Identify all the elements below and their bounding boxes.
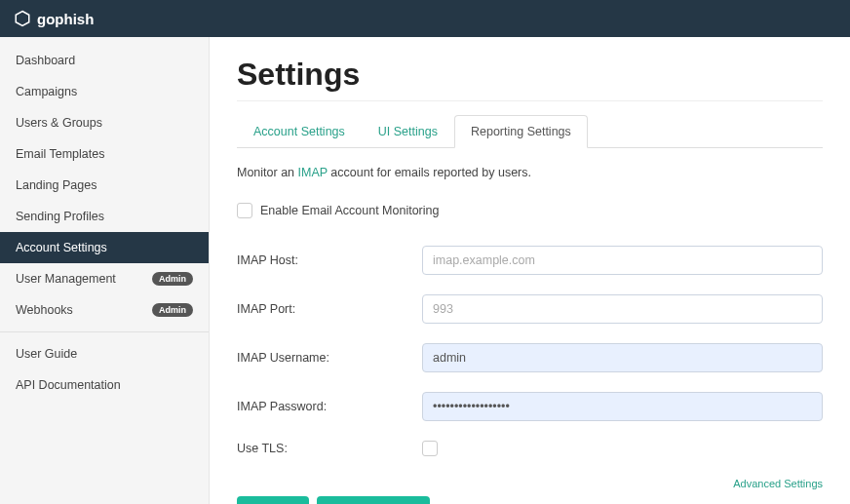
topbar: gophish: [0, 0, 850, 37]
enable-monitoring-label: Enable Email Account Monitoring: [260, 204, 439, 217]
brand[interactable]: gophish: [14, 10, 94, 27]
sidebar-item-email-templates[interactable]: Email Templates: [0, 138, 209, 170]
imap-port-input[interactable]: [422, 294, 823, 324]
tab-account-settings[interactable]: Account Settings: [237, 115, 362, 148]
save-button[interactable]: Save: [237, 496, 309, 504]
sidebar-item-account-settings[interactable]: Account Settings: [0, 232, 209, 263]
admin-badge: Admin: [152, 303, 193, 317]
sidebar-item-dashboard[interactable]: Dashboard: [0, 45, 209, 76]
sidebar-item-landing-pages[interactable]: Landing Pages: [0, 170, 209, 201]
imap-port-label: IMAP Port:: [237, 302, 422, 316]
svg-marker-0: [16, 12, 29, 26]
use-tls-label: Use TLS:: [237, 442, 422, 455]
test-settings-button[interactable]: Test Settings: [317, 496, 431, 504]
sidebar-item-api-docs[interactable]: API Documentation: [0, 369, 209, 401]
description-text: Monitor an IMAP account for emails repor…: [237, 166, 823, 179]
title-rule: [237, 100, 823, 101]
sidebar-item-sending-profiles[interactable]: Sending Profiles: [0, 201, 209, 232]
sidebar-divider: [0, 331, 209, 332]
imap-password-label: IMAP Password:: [237, 400, 422, 413]
tab-ui-settings[interactable]: UI Settings: [362, 115, 454, 148]
sidebar-item-campaigns[interactable]: Campaigns: [0, 76, 209, 107]
sidebar-item-user-management[interactable]: User Management Admin: [0, 263, 209, 294]
sidebar-item-webhooks[interactable]: Webhooks Admin: [0, 294, 209, 326]
sidebar-item-user-guide[interactable]: User Guide: [0, 338, 209, 369]
tabs: Account Settings UI Settings Reporting S…: [237, 115, 823, 148]
brand-name: gophish: [37, 11, 94, 27]
imap-host-label: IMAP Host:: [237, 253, 422, 267]
page-title: Settings: [237, 57, 823, 93]
imap-password-input[interactable]: [422, 392, 823, 421]
tab-reporting-settings[interactable]: Reporting Settings: [454, 115, 588, 148]
imap-link[interactable]: IMAP: [298, 166, 328, 179]
enable-monitoring-checkbox[interactable]: [237, 203, 252, 218]
imap-username-input[interactable]: [422, 343, 823, 372]
sidebar: Dashboard Campaigns Users & Groups Email…: [0, 37, 210, 504]
admin-badge: Admin: [152, 272, 193, 286]
imap-host-input[interactable]: [422, 246, 823, 275]
use-tls-checkbox[interactable]: [422, 441, 438, 456]
enable-monitoring-row: Enable Email Account Monitoring: [237, 203, 823, 218]
imap-username-label: IMAP Username:: [237, 351, 422, 365]
main-content: Settings Account Settings UI Settings Re…: [210, 37, 850, 504]
sidebar-item-users-groups[interactable]: Users & Groups: [0, 107, 209, 138]
logo-icon: [14, 10, 31, 27]
advanced-settings-link[interactable]: Advanced Settings: [733, 478, 823, 489]
